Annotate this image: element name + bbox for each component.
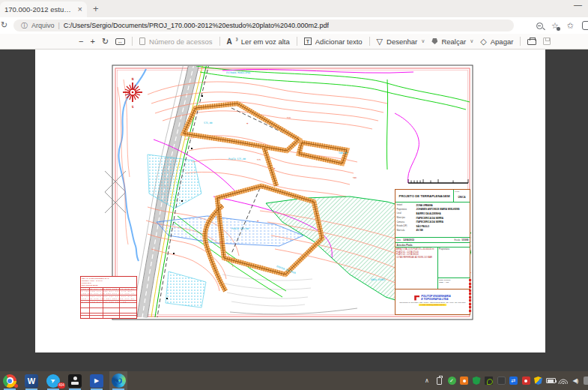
pdf-page: 570 575 580 565 + + + ESTRADA MUNICIPAL …	[35, 50, 545, 352]
note-line: COTAS REFERIDAS AO NÍVEL DO MAR	[396, 256, 437, 260]
add-text-button[interactable]: T Adicionar texto	[304, 38, 363, 46]
hidden-icons-chevron[interactable]: ∧	[422, 371, 432, 390]
highlight-button[interactable]: Realçar ∨	[431, 38, 473, 46]
collections-icon[interactable]: ✩	[567, 22, 574, 30]
address-url[interactable]: C:/Users/Sergio/Documents/PROJ_170.000-2…	[64, 22, 329, 29]
chevron-down-icon[interactable]: ∨	[421, 38, 425, 44]
field-label: Estado (UF)	[397, 225, 416, 227]
wifi-icon[interactable]	[558, 371, 568, 390]
notification-badge: 404	[58, 382, 65, 388]
usb-icon[interactable]	[434, 371, 444, 390]
address-bar-row: ↻ ⓘ Arquivo | C:/Users/Sergio/Documents/…	[0, 17, 588, 34]
orange-app-icon[interactable]	[459, 371, 469, 390]
zoom-out-button[interactable]: −	[79, 37, 83, 46]
toolbar-separator	[132, 37, 133, 46]
sheet-value: ÚNICA	[454, 193, 470, 202]
partial-tray-icon[interactable]	[583, 371, 588, 390]
save-button[interactable]	[543, 38, 551, 45]
coord-table-values: 417 283 714 928 365 102 847 593 261 480 …	[82, 288, 136, 319]
toolbar-separator	[297, 37, 297, 46]
eraser-icon: ◇	[480, 37, 486, 46]
info-icon[interactable]: ⓘ	[21, 21, 28, 31]
field-label: Proprietário	[397, 208, 416, 211]
svg-text:PLATO 575,00: PLATO 575,00	[228, 158, 246, 160]
stipple-area	[148, 154, 201, 208]
fit-to-width-button[interactable]: ↔	[115, 38, 125, 45]
defender-icon[interactable]	[533, 371, 543, 390]
coordinates-table: RELAÇÃO DE COORDENADAS SISTEMA UTM - SAD…	[80, 276, 137, 319]
battery-icon[interactable]	[546, 371, 556, 390]
taskbar-chrome[interactable]	[1, 371, 19, 390]
read-aloud-button[interactable]: A)) Ler em voz alta	[227, 38, 290, 46]
taskbar-movies[interactable]	[88, 371, 106, 390]
tab-bar: 170.000-2012 estudo plato × + —	[0, 0, 588, 17]
zoom-in-button[interactable]: +	[90, 37, 94, 46]
field-value: SÃO PAULO	[416, 225, 430, 228]
svg-text:570: 570	[287, 116, 291, 119]
svg-text:575: 575	[257, 158, 261, 161]
recorder-icon[interactable]	[521, 371, 531, 390]
erase-label: Apagar	[491, 38, 514, 46]
add-text-icon: T	[304, 38, 312, 45]
taskbar-edge-active[interactable]	[109, 371, 127, 390]
document-icon	[139, 38, 145, 45]
taskbar-reader[interactable]	[66, 371, 84, 390]
draw-button[interactable]: ▽ Desenhar ∨	[377, 37, 425, 46]
field-value: BAIRRO DA ALDEINHA	[416, 212, 441, 215]
drawing-title: PROJETO DE TERRAPLENAGEM	[395, 190, 453, 202]
nvidia-icon[interactable]	[484, 371, 494, 390]
antivirus-shield-icon[interactable]	[472, 371, 482, 390]
address-bar-actions: ☆ ✩	[536, 20, 587, 32]
teamviewer-icon[interactable]: ⇄	[509, 371, 518, 390]
toolbar-separator	[219, 37, 220, 46]
erase-button[interactable]: ◇ Apagar	[480, 37, 513, 46]
responsible-box: Resp. Técnico CREA - ART	[438, 278, 470, 289]
coord-table-header: EST NORTE ESTE	[82, 284, 136, 286]
volume-icon[interactable]: ◀)	[571, 371, 581, 390]
field-label: Local	[397, 212, 416, 214]
favorites-icon[interactable]: ☆	[551, 22, 559, 30]
file-scheme-label: Arquivo	[31, 22, 55, 29]
chrome-badge	[14, 384, 18, 388]
tab-pdf[interactable]: 170.000-2012 estudo plato ×	[0, 2, 87, 17]
field-value: ZONA URBANA	[416, 204, 433, 207]
tab-close-icon[interactable]: ×	[78, 5, 82, 14]
title-block: PROJETO DE TERRAPLENAGEM Folha ÚNICA Imó…	[395, 189, 470, 315]
taskbar-apps: W 404	[0, 371, 127, 390]
new-tab-button[interactable]: +	[93, 3, 99, 14]
title-block-fields: ImóvelZONA URBANA ProprietárioJOHANES AN…	[395, 202, 470, 237]
profile-icon[interactable]	[582, 21, 588, 30]
highlight-label: Realçar	[441, 38, 466, 46]
svg-text:+: +	[273, 166, 276, 170]
company-logo	[414, 296, 419, 301]
background-app-icon[interactable]	[497, 371, 506, 390]
pdf-content-area[interactable]: 570 575 580 565 + + + ESTRADA MUNICIPAL …	[0, 50, 588, 371]
read-aloud-waves: ))	[236, 37, 237, 41]
refresh-icon[interactable]: ↻	[1, 20, 7, 30]
address-bar[interactable]: ⓘ Arquivo | C:/Users/Sergio/Documents/PR…	[13, 20, 514, 32]
read-aloud-icon: A	[227, 38, 232, 46]
stipple-area	[166, 272, 206, 308]
sync-ok-icon[interactable]: ✓	[447, 371, 457, 390]
north-compass: N S	[123, 77, 142, 109]
edge-icon	[112, 374, 126, 388]
rotate-button[interactable]: ↻	[102, 37, 109, 46]
chevron-down-icon[interactable]: ∨	[470, 38, 473, 44]
field-value: 49.748	[416, 229, 423, 232]
note-line: ÁREA TOTAL DOS PLATÔS = 40.000,00 m²	[396, 248, 437, 251]
svg-text:580,00: 580,00	[339, 152, 348, 154]
svg-text:ESTRADA MUNICIPAL: ESTRADA MUNICIPAL	[226, 71, 251, 74]
zoom-page-icon[interactable]	[536, 22, 543, 29]
sheet-box: Folha ÚNICA	[453, 190, 470, 202]
company-name: E TOPOGRAFIA LTDA	[421, 298, 451, 301]
window-minimize-button[interactable]: —	[574, 0, 582, 9]
company-box: POLITOP ENGENHARIA E TOPOGRAFIA LTDA Rua…	[395, 289, 470, 311]
scale-bar	[408, 179, 468, 183]
taskbar-telegram[interactable]: 404	[44, 371, 62, 390]
taskbar-word[interactable]: W	[22, 371, 40, 390]
print-button[interactable]	[527, 39, 536, 45]
toolbar-separator	[520, 37, 521, 46]
svg-text:ÁREA VERDE: ÁREA VERDE	[371, 278, 385, 281]
notes-and-signatures: ÁREA TOTAL DOS PLATÔS = 40.000,00 m² PLA…	[395, 247, 470, 289]
svg-text:N: N	[132, 77, 134, 81]
